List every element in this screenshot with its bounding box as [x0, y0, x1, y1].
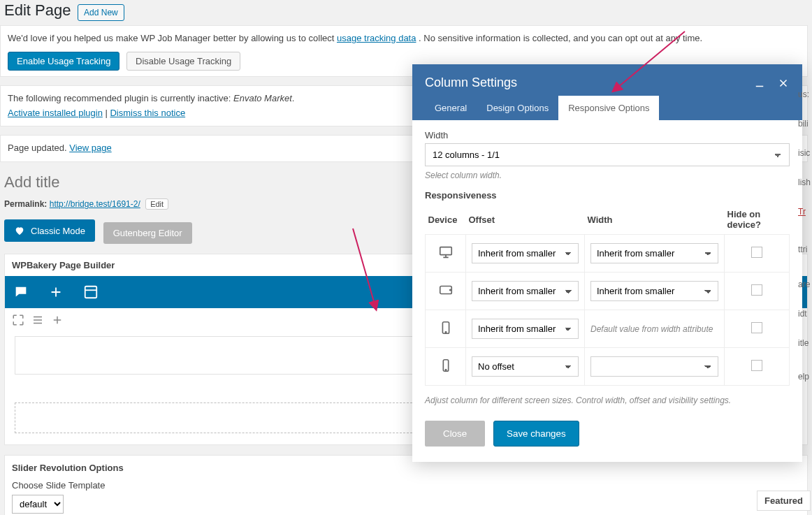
close-button[interactable]: Close — [425, 421, 485, 447]
hide-checkbox-md[interactable] — [751, 284, 762, 296]
table-row: Inherit from smaller Default value from … — [426, 310, 790, 348]
offset-select-md[interactable]: Inherit from smaller — [472, 281, 579, 301]
plus-icon[interactable] — [48, 284, 64, 300]
enable-tracking-button[interactable]: Enable Usage Tracking — [8, 52, 119, 71]
default-width-note: Default value from width attribute — [590, 324, 713, 334]
slider-label: Choose Slide Template — [12, 480, 800, 491]
table-row: Inherit from smaller Inherit from smalle… — [426, 273, 790, 310]
hide-checkbox-sm[interactable] — [751, 322, 762, 333]
activate-plugin-link[interactable]: Activate installed plugin — [8, 108, 103, 118]
slider-template-select[interactable]: default — [12, 495, 64, 514]
width-label: Width — [425, 130, 790, 140]
tab-responsive-options[interactable]: Responsive Options — [558, 96, 659, 120]
table-row: No offset — [426, 348, 790, 386]
col-hide: Hide on device? — [725, 205, 790, 235]
save-changes-button[interactable]: Save changes — [493, 421, 579, 447]
columns-icon[interactable] — [31, 314, 44, 326]
permalink-label: Permalink: — [4, 199, 47, 209]
svg-rect-0 — [85, 286, 97, 298]
width-select-md[interactable]: Inherit from smaller — [590, 281, 718, 301]
minimize-icon[interactable] — [753, 77, 766, 89]
add-new-button[interactable]: Add New — [78, 4, 124, 21]
page-title-input[interactable] — [4, 171, 403, 194]
expand-icon[interactable] — [12, 314, 24, 326]
featured-chip[interactable]: Featured — [757, 491, 811, 511]
plugin-text: The following recommended plugin is curr… — [8, 93, 233, 103]
heart-icon — [14, 225, 25, 236]
slider-title: Slider Revolution Options — [12, 463, 800, 473]
col-offset: Offset — [466, 205, 585, 235]
tab-general[interactable]: General — [425, 96, 477, 120]
col-width: Width — [585, 205, 725, 235]
classic-mode-button[interactable]: Classic Mode — [4, 219, 95, 242]
tracking-text-post: . No sensitive information is collected,… — [419, 33, 702, 43]
side-hints: us: bili isic lish Tr ttri are idt itle … — [798, 89, 812, 401]
gutenberg-mode-button[interactable]: Gutenberg Editor — [103, 222, 192, 244]
trash-link[interactable]: Tr — [798, 207, 806, 217]
responsiveness-table: Device Offset Width Hide on device? Inhe… — [425, 205, 790, 386]
dismiss-notice-link[interactable]: Dismiss this notice — [110, 108, 185, 118]
svg-point-5 — [445, 332, 446, 333]
hide-checkbox-xs[interactable] — [751, 360, 762, 371]
permalink-edit-button[interactable]: Edit — [145, 198, 168, 210]
permalink-url[interactable]: http://bridge.test/1691-2/ — [50, 199, 140, 209]
responsiveness-hint: Adjust column for different screen sizes… — [425, 396, 790, 405]
view-page-link[interactable]: View page — [69, 143, 111, 153]
tablet-portrait-icon — [438, 320, 454, 335]
tab-design-options[interactable]: Design Options — [477, 96, 558, 120]
responsiveness-label: Responsiveness — [425, 190, 790, 201]
template-icon[interactable] — [83, 284, 99, 300]
svg-rect-1 — [440, 247, 451, 255]
width-select[interactable]: 12 columns - 1/1 — [425, 143, 790, 166]
col-device: Device — [426, 205, 466, 235]
width-select-xs[interactable] — [590, 356, 718, 377]
modal-title: Column Settings — [425, 75, 517, 90]
offset-select-xs[interactable]: No offset — [472, 356, 579, 377]
tablet-landscape-icon — [438, 282, 454, 298]
desktop-icon — [438, 245, 454, 260]
close-icon[interactable] — [777, 77, 790, 89]
comment-icon[interactable] — [13, 284, 29, 300]
offset-select-sm[interactable]: Inherit from smaller — [472, 319, 579, 339]
tracking-link[interactable]: usage tracking data — [337, 33, 416, 43]
tracking-text-pre: We'd love if you helped us make WP Job M… — [8, 33, 337, 43]
width-hint: Select column width. — [425, 171, 790, 180]
width-select-lg[interactable]: Inherit from smaller — [590, 243, 718, 263]
slider-box: Slider Revolution Options Choose Slide T… — [4, 455, 808, 515]
page-title: Edit Page — [4, 1, 71, 20]
column-settings-modal: Column Settings General Design Options R… — [412, 64, 802, 462]
disable-tracking-button[interactable]: Disable Usage Tracking — [126, 52, 240, 71]
hide-checkbox-lg[interactable] — [751, 247, 762, 258]
plugin-name: Envato Market — [233, 93, 292, 103]
svg-point-7 — [445, 370, 446, 370]
offset-select-lg[interactable]: Inherit from smaller — [472, 243, 579, 263]
svg-point-3 — [449, 289, 450, 290]
phone-icon — [438, 358, 454, 373]
table-row: Inherit from smaller Inherit from smalle… — [426, 235, 790, 273]
updated-text: Page updated. — [8, 143, 67, 153]
row-plus-icon[interactable] — [51, 314, 64, 326]
